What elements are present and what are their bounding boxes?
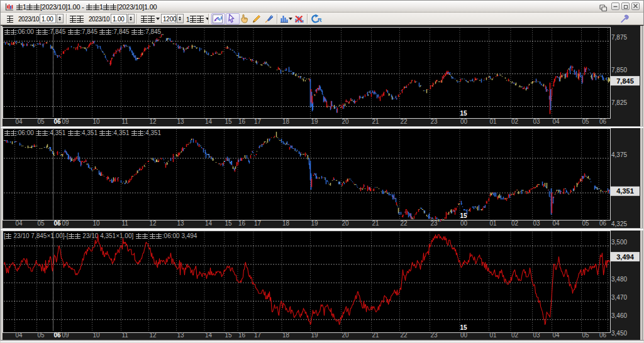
svg-text:15: 15: [225, 118, 233, 125]
svg-text:20: 20: [342, 332, 350, 339]
svg-text:16: 16: [238, 220, 246, 227]
svg-text:17: 17: [254, 332, 262, 339]
svg-text:05: 05: [582, 118, 590, 125]
svg-text:05: 05: [582, 332, 590, 339]
svg-text:3,480: 3,480: [611, 276, 627, 283]
svg-text:15: 15: [225, 332, 233, 339]
svg-text:09: 09: [62, 118, 70, 125]
svg-text:06: 06: [54, 332, 62, 339]
svg-text:09: 09: [62, 220, 70, 227]
svg-text:17: 17: [254, 118, 262, 125]
svg-text:10: 10: [93, 220, 101, 227]
svg-text:09: 09: [62, 332, 70, 339]
svg-text:13: 13: [177, 220, 185, 227]
svg-text:01: 01: [490, 220, 497, 227]
svg-text:11: 11: [122, 332, 129, 339]
svg-text:12: 12: [150, 118, 157, 125]
svg-text:7,850: 7,850: [611, 67, 627, 74]
svg-text:3,470: 3,470: [611, 294, 627, 301]
svg-text:14: 14: [205, 332, 213, 339]
svg-text:23: 23: [431, 220, 438, 227]
svg-text:7,845: 7,845: [616, 77, 634, 85]
svg-text:14: 14: [205, 220, 213, 227]
svg-text:02: 02: [511, 332, 519, 339]
svg-text:23: 23: [431, 118, 438, 125]
svg-text:01: 01: [490, 118, 497, 125]
svg-text:19: 19: [311, 118, 319, 125]
svg-text:4,351: 4,351: [616, 187, 634, 195]
svg-text:05: 05: [38, 332, 45, 339]
svg-text:10: 10: [93, 332, 101, 339]
svg-text:4,325: 4,325: [611, 220, 627, 227]
svg-text:04: 04: [553, 332, 560, 339]
svg-text:00: 00: [460, 118, 468, 125]
svg-text:11: 11: [122, 118, 129, 125]
svg-text:13: 13: [177, 332, 185, 339]
svg-text:04: 04: [16, 118, 23, 125]
svg-text:19: 19: [311, 332, 319, 339]
svg-text:16: 16: [238, 332, 246, 339]
svg-text:19: 19: [311, 220, 319, 227]
svg-text:12: 12: [150, 220, 157, 227]
svg-text:05: 05: [38, 220, 45, 227]
svg-text:03: 03: [533, 220, 541, 227]
svg-text:06: 06: [54, 220, 62, 227]
svg-text:21: 21: [372, 220, 380, 227]
svg-text:13: 13: [177, 118, 185, 125]
svg-text:23: 23: [431, 332, 438, 339]
svg-text:22: 22: [401, 332, 408, 339]
svg-text:18: 18: [282, 332, 290, 339]
svg-text:18: 18: [282, 118, 290, 125]
svg-text:12: 12: [150, 332, 157, 339]
svg-text:20: 20: [342, 220, 350, 227]
svg-text:04: 04: [553, 118, 560, 125]
svg-text:00: 00: [460, 220, 468, 227]
svg-text:06: 06: [599, 118, 607, 125]
svg-text:22: 22: [401, 220, 408, 227]
svg-text:05: 05: [582, 220, 590, 227]
svg-text:15: 15: [225, 220, 233, 227]
svg-text:16: 16: [238, 118, 246, 125]
svg-text:01: 01: [490, 332, 497, 339]
svg-text:00: 00: [460, 332, 468, 339]
svg-text:21: 21: [372, 118, 380, 125]
svg-text:3,500: 3,500: [611, 239, 627, 246]
svg-text:17: 17: [254, 220, 262, 227]
svg-text:02: 02: [511, 118, 519, 125]
svg-text:4,375: 4,375: [611, 151, 627, 158]
svg-text:15: 15: [460, 110, 468, 117]
svg-text:02: 02: [511, 220, 519, 227]
svg-text:11: 11: [122, 220, 129, 227]
svg-text:7,875: 7,875: [611, 34, 627, 41]
svg-text:04: 04: [16, 220, 23, 227]
svg-text:14: 14: [205, 118, 213, 125]
svg-text:04: 04: [16, 332, 23, 339]
svg-text:18: 18: [282, 220, 290, 227]
svg-text:20: 20: [342, 118, 350, 125]
svg-text:05: 05: [38, 118, 45, 125]
svg-text:04: 04: [553, 220, 560, 227]
svg-text:06: 06: [599, 220, 607, 227]
svg-text:7,825: 7,825: [611, 99, 627, 106]
svg-text:03: 03: [533, 332, 541, 339]
svg-text:15: 15: [460, 212, 468, 219]
svg-text:10: 10: [93, 118, 101, 125]
svg-text:3,460: 3,460: [611, 312, 627, 319]
svg-text:15: 15: [460, 324, 468, 331]
svg-text:3,494: 3,494: [616, 253, 634, 261]
svg-text:06: 06: [599, 332, 607, 339]
svg-text:03: 03: [533, 118, 541, 125]
svg-text:22: 22: [401, 118, 408, 125]
svg-text:21: 21: [372, 332, 380, 339]
svg-text:06: 06: [54, 118, 62, 125]
svg-text:3,450: 3,450: [611, 330, 627, 337]
